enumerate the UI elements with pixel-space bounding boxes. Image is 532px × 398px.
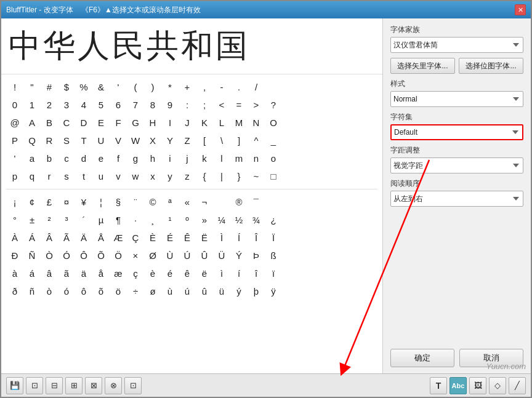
char-cell[interactable]: = — [230, 96, 248, 114]
toolbar-img-btn[interactable]: 🖼 — [469, 377, 486, 394]
char-cell[interactable]: D — [75, 114, 92, 132]
char-cell[interactable]: £ — [41, 193, 58, 211]
char-cell[interactable]: Þ — [248, 247, 265, 265]
close-button[interactable]: ✕ — [515, 4, 526, 15]
char-cell[interactable]: · — [127, 211, 144, 229]
char-cell[interactable]: Ý — [230, 247, 248, 265]
char-cell[interactable]: ³ — [58, 211, 75, 229]
toolbar-frame2-btn[interactable]: ⊟ — [46, 377, 63, 394]
char-cell[interactable]: C — [58, 114, 75, 132]
toolbar-frame3-btn[interactable]: ⊞ — [65, 377, 83, 394]
char-cell[interactable]: ¥ — [75, 193, 92, 211]
char-cell[interactable]: 7 — [127, 96, 144, 114]
char-cell[interactable]: S — [58, 132, 75, 149]
char-cell[interactable]: ó — [58, 282, 75, 300]
char-cell[interactable]: Ø — [144, 247, 161, 265]
char-cell[interactable]: ¹ — [161, 211, 179, 229]
char-cell[interactable]: è — [144, 265, 161, 282]
char-cell[interactable]: ! — [6, 78, 23, 96]
char-cell[interactable]: ¨ — [127, 193, 144, 211]
char-cell[interactable]: © — [144, 193, 161, 211]
font-family-select[interactable]: 汉仪雪君体简 — [390, 37, 523, 53]
char-cell[interactable]: u — [92, 167, 110, 185]
char-cell[interactable]: M — [230, 114, 248, 132]
toolbar-shape-btn[interactable]: ◇ — [489, 377, 506, 394]
char-cell[interactable]: k — [196, 149, 213, 167]
char-cell[interactable]: X — [144, 132, 161, 149]
char-cell[interactable]: . — [230, 78, 248, 96]
char-cell[interactable]: ' — [6, 149, 23, 167]
char-cell[interactable]: ì — [213, 265, 230, 282]
char-cell[interactable]: µ — [92, 211, 110, 229]
toolbar-frame4-btn[interactable]: ⊠ — [85, 377, 102, 394]
char-cell[interactable]: Î — [248, 229, 265, 247]
char-cell[interactable]: Ü — [213, 247, 230, 265]
char-cell[interactable]: ë — [196, 265, 213, 282]
char-cell[interactable]: æ — [110, 265, 127, 282]
char-cell[interactable]: n — [248, 149, 265, 167]
char-cell[interactable]: ã — [58, 265, 75, 282]
char-cell[interactable]: ù — [161, 282, 179, 300]
char-cell[interactable]: W — [127, 132, 144, 149]
char-cell[interactable]: Ð — [6, 247, 23, 265]
char-cell[interactable]: Ô — [75, 247, 92, 265]
char-cell[interactable]: d — [75, 149, 92, 167]
char-cell[interactable]: ä — [75, 265, 92, 282]
char-cell[interactable]: ò — [41, 282, 58, 300]
char-cell[interactable]: × — [127, 247, 144, 265]
char-cell[interactable]: ² — [41, 211, 58, 229]
char-cell[interactable]: 2 — [41, 96, 58, 114]
char-cell[interactable]: Ç — [127, 229, 144, 247]
char-cell[interactable]: ¡ — [6, 193, 23, 211]
char-cell[interactable]: U — [92, 132, 110, 149]
char-cell[interactable]: ° — [6, 211, 23, 229]
char-cell[interactable]: N — [248, 114, 265, 132]
char-cell[interactable]: § — [110, 193, 127, 211]
toolbar-abc-btn[interactable]: Abc — [449, 377, 467, 394]
char-cell[interactable]: ^ — [248, 132, 265, 149]
ok-button[interactable]: 确定 — [390, 349, 454, 367]
char-cell[interactable]: l — [213, 149, 230, 167]
char-cell[interactable]: h — [144, 149, 161, 167]
char-cell[interactable]: # — [41, 78, 58, 96]
char-cell[interactable]: î — [248, 265, 265, 282]
char-cell[interactable]: ¦ — [92, 193, 110, 211]
char-cell[interactable]: Q — [23, 132, 41, 149]
char-cell[interactable]: ¬ — [196, 193, 213, 211]
char-cell[interactable]: } — [230, 167, 248, 185]
char-cell[interactable]: É — [161, 229, 179, 247]
char-cell[interactable]: f — [110, 149, 127, 167]
char-cell[interactable]: - — [213, 78, 230, 96]
char-cell[interactable]: ; — [196, 96, 213, 114]
char-cell[interactable]: ] — [230, 132, 248, 149]
char-cell[interactable]: j — [179, 149, 196, 167]
char-cell[interactable]: , — [196, 78, 213, 96]
char-cell[interactable]: s — [58, 167, 75, 185]
char-cell[interactable]: " — [23, 78, 41, 96]
char-cell[interactable]: R — [41, 132, 58, 149]
char-cell[interactable]: ð — [6, 282, 23, 300]
char-cell[interactable]: Ñ — [23, 247, 41, 265]
char-cell[interactable]: e — [92, 149, 110, 167]
char-cell[interactable]: T — [75, 132, 92, 149]
toolbar-frame5-btn[interactable]: ⊗ — [105, 377, 122, 394]
char-cell[interactable]: ¢ — [23, 193, 41, 211]
char-cell[interactable]: @ — [6, 114, 23, 132]
char-cell[interactable]: ç — [127, 265, 144, 282]
char-cell[interactable]: Ö — [110, 247, 127, 265]
char-cell[interactable]: ª — [161, 193, 179, 211]
char-cell[interactable]: v — [110, 167, 127, 185]
char-cell[interactable]: » — [196, 211, 213, 229]
char-cell[interactable]: õ — [92, 282, 110, 300]
char-cell[interactable]: i — [161, 149, 179, 167]
char-cell[interactable]: r — [41, 167, 58, 185]
char-cell[interactable]: b — [41, 149, 58, 167]
char-cell[interactable]: a — [23, 149, 41, 167]
char-cell[interactable]: ¿ — [265, 211, 282, 229]
char-cell[interactable]: Ú — [179, 247, 196, 265]
char-cell[interactable]: È — [144, 229, 161, 247]
char-cell[interactable]: ® — [230, 193, 248, 211]
char-cell[interactable]: q — [23, 167, 41, 185]
char-cell[interactable]: þ — [248, 282, 265, 300]
char-cell[interactable]: Å — [92, 229, 110, 247]
